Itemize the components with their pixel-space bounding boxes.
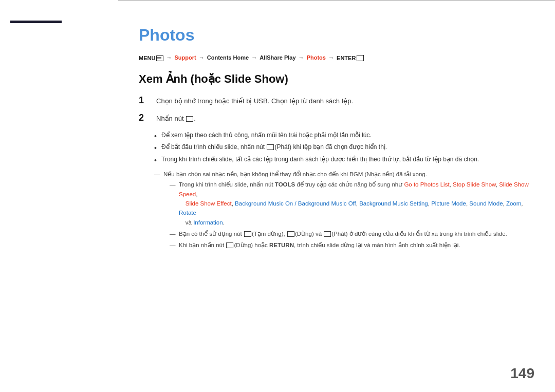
numbered-list: 1 Chọn bộ nhớ trong hoặc thiết bị USB. C… — [139, 95, 529, 123]
page-title: Photos — [139, 26, 529, 45]
play-btn-icon — [324, 231, 331, 237]
breadcrumb: MENU → Support → Contents Home → AllShar… — [139, 54, 529, 61]
bullet-item-3: Trong khi trình chiếu slide, tất cả các … — [154, 155, 529, 164]
bc-arrow-5: → — [327, 54, 336, 61]
main-content: Photos MENU → Support → Contents Home → … — [118, 0, 555, 392]
bc-arrow-2: → — [197, 54, 206, 61]
breadcrumb-menu-label: MENU — [139, 54, 163, 61]
list-item-2: 2 Nhấn nút . — [139, 113, 529, 124]
tools-red-links: Go to Photos List — [404, 181, 449, 188]
bullet-list: Để xem tệp theo cách thủ công, nhấn mũi … — [154, 130, 529, 164]
bc-photos: Photos — [307, 54, 326, 61]
stop-slide-show-link: Stop Slide Show — [453, 181, 496, 188]
bullet-item-2: Để bắt đầu trình chiếu slide, nhấn nút (… — [154, 142, 529, 152]
bullet-item-1: Để xem tệp theo cách thủ công, nhấn mũi … — [154, 130, 529, 140]
step2-text: Nhấn nút . — [156, 113, 196, 124]
play-icon — [267, 144, 274, 150]
pause-btn-icon — [244, 231, 251, 237]
return-note: Khi bạn nhấn nút (Dừng) hoặc RETURN, trì… — [170, 240, 529, 250]
bc-arrow-3: → — [250, 54, 258, 61]
bc-support: Support — [175, 54, 196, 61]
stop-btn-icon — [287, 231, 294, 237]
enter-icon — [357, 55, 364, 61]
sound-mode-link: Sound Mode — [469, 200, 503, 207]
note-line-1: Nếu bạn chọn sai nhạc nền, bạn không thể… — [154, 170, 529, 179]
picture-mode-link: Picture Mode — [431, 200, 466, 207]
enter-button-icon — [186, 116, 193, 122]
tools-note: Trong khi trình chiếu slide, nhấn nút TO… — [170, 180, 529, 227]
bc-arrow-4: → — [297, 54, 306, 61]
bg-music-on-link: Background Music On / Background Music O… — [235, 200, 356, 207]
stop-btn-icon2 — [226, 242, 233, 248]
remote-note: Bạn có thể sử dụng nút (Tạm dừng), (Dừng… — [170, 229, 529, 238]
bc-arrow-1: → — [164, 54, 173, 61]
bc-allshare: AllShare Play — [260, 54, 295, 61]
bc-contents-home: Contents Home — [207, 54, 249, 61]
slide-show-effect-link: Slide Show Effect — [186, 200, 232, 207]
sidebar — [0, 0, 118, 392]
rotate-link: Rotate — [179, 210, 196, 216]
page-container: Photos MENU → Support → Contents Home → … — [0, 0, 555, 392]
menu-icon — [156, 55, 163, 61]
sidebar-accent — [10, 21, 62, 23]
bg-music-setting-link: Background Music Setting — [359, 200, 428, 207]
notes-block: Nếu bạn chọn sai nhạc nền, bạn không thể… — [154, 170, 529, 250]
top-divider — [118, 0, 555, 1]
step1-number: 1 — [139, 95, 152, 106]
list-item-1: 1 Chọn bộ nhớ trong hoặc thiết bị USB. C… — [139, 95, 529, 106]
zoom-link: Zoom — [506, 200, 521, 207]
bc-enter: ENTER — [337, 54, 364, 61]
information-link: Information — [193, 219, 223, 226]
page-number: 149 — [510, 365, 534, 382]
step2-number: 2 — [139, 113, 152, 124]
step1-text: Chọn bộ nhớ trong hoặc thiết bị USB. Chọ… — [156, 95, 353, 106]
section-heading: Xem Ảnh (hoặc Slide Show) — [139, 72, 529, 86]
